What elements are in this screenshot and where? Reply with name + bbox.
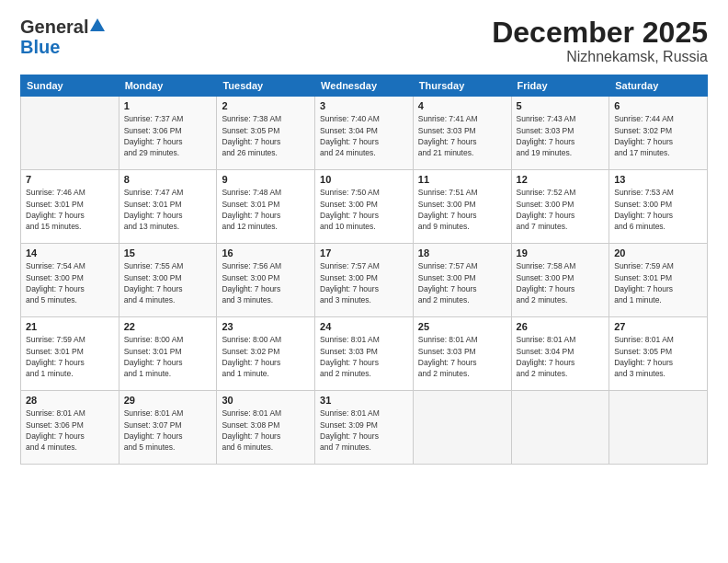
day-number: 7 <box>26 174 114 185</box>
calendar-cell: 5Sunrise: 7:43 AM Sunset: 3:03 PM Daylig… <box>511 97 609 170</box>
calendar-cell: 15Sunrise: 7:55 AM Sunset: 3:00 PM Dayli… <box>119 244 217 317</box>
calendar-cell: 19Sunrise: 7:58 AM Sunset: 3:00 PM Dayli… <box>511 244 609 317</box>
header-row: SundayMondayTuesdayWednesdayThursdayFrid… <box>21 75 708 97</box>
svg-marker-0 <box>90 18 105 31</box>
day-number: 8 <box>124 174 212 185</box>
calendar-cell: 26Sunrise: 8:01 AM Sunset: 3:04 PM Dayli… <box>511 317 609 391</box>
day-number: 11 <box>418 174 506 185</box>
week-row-2: 7Sunrise: 7:46 AM Sunset: 3:01 PM Daylig… <box>21 170 708 244</box>
day-number: 29 <box>124 395 212 406</box>
header-day-friday: Friday <box>511 75 609 97</box>
day-info: Sunrise: 8:01 AM Sunset: 3:06 PM Dayligh… <box>26 408 114 453</box>
logo-icon <box>89 17 106 33</box>
day-number: 21 <box>26 321 114 332</box>
calendar-cell: 16Sunrise: 7:56 AM Sunset: 3:00 PM Dayli… <box>217 244 315 317</box>
location: Nizhnekamsk, Russia <box>492 49 708 65</box>
day-number: 28 <box>26 395 114 406</box>
calendar-cell: 8Sunrise: 7:47 AM Sunset: 3:01 PM Daylig… <box>119 170 217 244</box>
calendar-cell: 17Sunrise: 7:57 AM Sunset: 3:00 PM Dayli… <box>315 244 414 317</box>
calendar-cell: 13Sunrise: 7:53 AM Sunset: 3:00 PM Dayli… <box>609 170 708 244</box>
calendar-cell: 14Sunrise: 7:54 AM Sunset: 3:00 PM Dayli… <box>21 244 119 317</box>
calendar-cell: 25Sunrise: 8:01 AM Sunset: 3:03 PM Dayli… <box>413 317 511 391</box>
day-info: Sunrise: 8:01 AM Sunset: 3:03 PM Dayligh… <box>320 334 408 379</box>
day-number: 25 <box>418 321 506 332</box>
day-number: 26 <box>517 321 605 332</box>
day-info: Sunrise: 7:51 AM Sunset: 3:00 PM Dayligh… <box>418 187 506 232</box>
calendar-cell: 22Sunrise: 8:00 AM Sunset: 3:01 PM Dayli… <box>119 317 217 391</box>
day-number: 4 <box>418 100 506 111</box>
calendar-cell <box>21 97 119 170</box>
week-row-4: 21Sunrise: 7:59 AM Sunset: 3:01 PM Dayli… <box>21 317 708 391</box>
title-block: December 2025 Nizhnekamsk, Russia <box>492 17 708 65</box>
day-info: Sunrise: 8:01 AM Sunset: 3:09 PM Dayligh… <box>320 408 408 453</box>
day-info: Sunrise: 7:58 AM Sunset: 3:00 PM Dayligh… <box>517 260 605 305</box>
day-info: Sunrise: 8:01 AM Sunset: 3:04 PM Dayligh… <box>517 334 605 379</box>
header-day-thursday: Thursday <box>413 75 511 97</box>
day-info: Sunrise: 7:43 AM Sunset: 3:03 PM Dayligh… <box>517 113 605 158</box>
calendar-cell: 10Sunrise: 7:50 AM Sunset: 3:00 PM Dayli… <box>315 170 414 244</box>
logo-general: General <box>20 17 88 37</box>
day-info: Sunrise: 8:01 AM Sunset: 3:05 PM Dayligh… <box>614 334 702 379</box>
day-number: 24 <box>320 321 408 332</box>
day-info: Sunrise: 7:38 AM Sunset: 3:05 PM Dayligh… <box>222 113 310 158</box>
day-number: 2 <box>222 100 310 111</box>
day-info: Sunrise: 7:41 AM Sunset: 3:03 PM Dayligh… <box>418 113 506 158</box>
day-number: 27 <box>614 321 702 332</box>
week-row-5: 28Sunrise: 8:01 AM Sunset: 3:06 PM Dayli… <box>21 391 708 465</box>
header-day-wednesday: Wednesday <box>315 75 414 97</box>
calendar-cell: 12Sunrise: 7:52 AM Sunset: 3:00 PM Dayli… <box>511 170 609 244</box>
day-number: 5 <box>517 100 605 111</box>
calendar-cell: 3Sunrise: 7:40 AM Sunset: 3:04 PM Daylig… <box>315 97 414 170</box>
day-info: Sunrise: 8:01 AM Sunset: 3:07 PM Dayligh… <box>124 408 212 453</box>
calendar-cell: 4Sunrise: 7:41 AM Sunset: 3:03 PM Daylig… <box>413 97 511 170</box>
day-info: Sunrise: 7:53 AM Sunset: 3:00 PM Dayligh… <box>614 187 702 232</box>
day-info: Sunrise: 7:57 AM Sunset: 3:00 PM Dayligh… <box>320 260 408 305</box>
day-number: 30 <box>222 395 310 406</box>
calendar-cell: 27Sunrise: 8:01 AM Sunset: 3:05 PM Dayli… <box>609 317 708 391</box>
day-info: Sunrise: 7:55 AM Sunset: 3:00 PM Dayligh… <box>124 260 212 305</box>
day-number: 9 <box>222 174 310 185</box>
day-info: Sunrise: 8:00 AM Sunset: 3:02 PM Dayligh… <box>222 334 310 379</box>
day-number: 6 <box>614 100 702 111</box>
day-info: Sunrise: 7:59 AM Sunset: 3:01 PM Dayligh… <box>26 334 114 379</box>
day-number: 12 <box>517 174 605 185</box>
calendar-cell <box>413 391 511 465</box>
day-number: 31 <box>320 395 408 406</box>
calendar-cell: 23Sunrise: 8:00 AM Sunset: 3:02 PM Dayli… <box>217 317 315 391</box>
header-day-tuesday: Tuesday <box>217 75 315 97</box>
day-number: 13 <box>614 174 702 185</box>
day-number: 19 <box>517 247 605 259</box>
day-info: Sunrise: 8:01 AM Sunset: 3:08 PM Dayligh… <box>222 408 310 453</box>
day-number: 1 <box>124 100 212 111</box>
day-number: 18 <box>418 247 506 259</box>
day-info: Sunrise: 7:59 AM Sunset: 3:01 PM Dayligh… <box>614 260 702 305</box>
header: General Blue December 2025 Nizhnekamsk, … <box>20 17 708 65</box>
calendar-cell: 30Sunrise: 8:01 AM Sunset: 3:08 PM Dayli… <box>217 391 315 465</box>
day-number: 22 <box>124 321 212 332</box>
week-row-3: 14Sunrise: 7:54 AM Sunset: 3:00 PM Dayli… <box>21 244 708 317</box>
calendar-cell: 6Sunrise: 7:44 AM Sunset: 3:02 PM Daylig… <box>609 97 708 170</box>
day-number: 10 <box>320 174 408 185</box>
day-number: 3 <box>320 100 408 111</box>
calendar-cell: 21Sunrise: 7:59 AM Sunset: 3:01 PM Dayli… <box>21 317 119 391</box>
header-day-sunday: Sunday <box>21 75 119 97</box>
day-info: Sunrise: 7:57 AM Sunset: 3:00 PM Dayligh… <box>418 260 506 305</box>
page: General Blue December 2025 Nizhnekamsk, … <box>0 0 728 563</box>
header-day-monday: Monday <box>119 75 217 97</box>
day-info: Sunrise: 7:37 AM Sunset: 3:06 PM Dayligh… <box>124 113 212 158</box>
day-info: Sunrise: 7:48 AM Sunset: 3:01 PM Dayligh… <box>222 187 310 232</box>
day-number: 20 <box>614 247 702 259</box>
day-info: Sunrise: 8:01 AM Sunset: 3:03 PM Dayligh… <box>418 334 506 379</box>
logo: General Blue <box>20 17 106 57</box>
logo-blue: Blue <box>20 37 60 57</box>
day-number: 14 <box>26 247 114 259</box>
calendar-cell: 18Sunrise: 7:57 AM Sunset: 3:00 PM Dayli… <box>413 244 511 317</box>
calendar-cell: 7Sunrise: 7:46 AM Sunset: 3:01 PM Daylig… <box>21 170 119 244</box>
month-title: December 2025 <box>492 17 708 49</box>
day-info: Sunrise: 7:50 AM Sunset: 3:00 PM Dayligh… <box>320 187 408 232</box>
calendar-cell: 20Sunrise: 7:59 AM Sunset: 3:01 PM Dayli… <box>609 244 708 317</box>
day-number: 16 <box>222 247 310 259</box>
day-number: 17 <box>320 247 408 259</box>
calendar-cell: 9Sunrise: 7:48 AM Sunset: 3:01 PM Daylig… <box>217 170 315 244</box>
day-info: Sunrise: 7:56 AM Sunset: 3:00 PM Dayligh… <box>222 260 310 305</box>
